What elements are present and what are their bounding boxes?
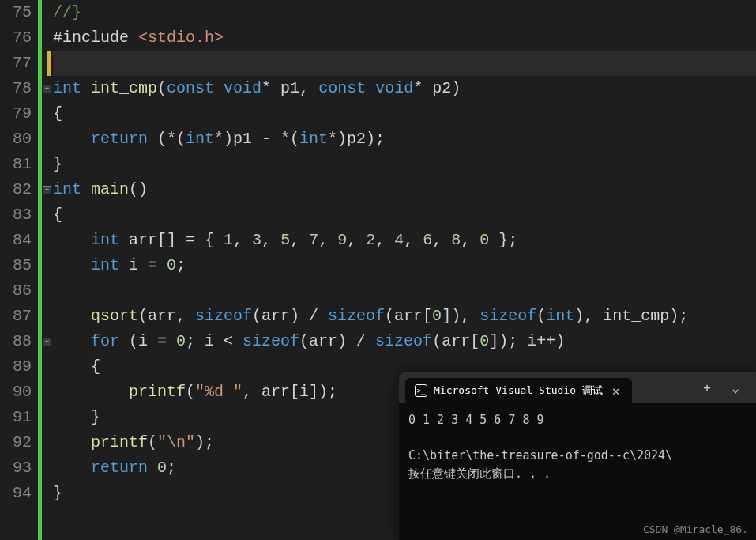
code-token: };	[489, 231, 517, 249]
code-token	[53, 256, 91, 274]
code-token: 7	[309, 231, 318, 249]
code-token: ,	[375, 231, 394, 249]
code-line[interactable]: {	[53, 202, 756, 228]
line-number: 89	[0, 354, 32, 380]
code-line[interactable]	[53, 278, 756, 304]
line-number: 87	[0, 304, 32, 329]
code-line[interactable]: int int_cmp(const void* p1, const void* …	[53, 76, 756, 101]
code-token: qsort	[91, 307, 138, 325]
code-line[interactable]: return (*(int*)p1 - *(int*)p2);	[53, 127, 756, 152]
code-token: ()	[129, 180, 148, 198]
code-token: i =	[119, 256, 167, 274]
code-token: 6	[423, 231, 432, 249]
code-token	[53, 307, 91, 325]
line-number: 88	[0, 329, 32, 354]
line-number: 91	[0, 405, 32, 430]
code-token: void	[224, 79, 261, 97]
code-token: ; i <	[186, 332, 243, 350]
code-token: ;	[167, 459, 176, 477]
close-icon[interactable]: ✕	[609, 383, 623, 398]
code-line[interactable]: int arr[] = { 1, 3, 5, 7, 9, 2, 4, 6, 8,…	[53, 228, 756, 253]
code-line[interactable]: int i = 0;	[53, 253, 756, 278]
code-token: (arr,	[138, 307, 195, 325]
tab-dropdown-button[interactable]: ⌄	[724, 376, 747, 398]
code-token: sizeof	[375, 332, 432, 350]
line-number: 92	[0, 430, 32, 455]
watermark: CSDN @Miracle_86.	[643, 523, 748, 535]
code-token	[53, 130, 91, 148]
code-line[interactable]: int main()	[53, 177, 756, 202]
code-token: int	[91, 231, 119, 249]
code-line[interactable]: //}	[53, 0, 756, 25]
code-token: ,	[318, 231, 337, 249]
code-token: int	[91, 256, 119, 274]
code-token	[53, 459, 91, 477]
terminal-tab[interactable]: >_ Microsoft Visual Studio 调试 ✕	[405, 378, 632, 403]
code-line[interactable]: qsort(arr, sizeof(arr) / sizeof(arr[0]),…	[53, 304, 756, 329]
code-token: int	[546, 307, 574, 325]
code-token: {	[53, 357, 100, 376]
terminal-line: 按任意键关闭此窗口. . .	[408, 466, 551, 481]
code-token: (	[536, 307, 546, 325]
line-number: 84	[0, 228, 32, 253]
code-token: 8	[451, 231, 461, 249]
line-number-gutter: 7576777879808182838485868788899091929394	[0, 0, 38, 540]
code-token: int	[53, 79, 81, 97]
fold-toggle-icon[interactable]: −	[43, 186, 51, 194]
code-token: ]),	[442, 307, 480, 325]
code-token: sizeof	[328, 307, 385, 325]
fold-toggle-icon[interactable]: −	[43, 338, 51, 346]
code-token: ,	[347, 231, 366, 249]
terminal-icon: >_	[415, 384, 427, 397]
code-line[interactable]: #include <stdio.h>	[53, 25, 756, 51]
line-number: 85	[0, 253, 32, 278]
code-token: int	[186, 130, 214, 148]
code-token	[366, 79, 375, 97]
code-line[interactable]: }	[53, 152, 756, 177]
code-token: (	[186, 383, 195, 401]
code-token	[148, 459, 157, 477]
code-token: return	[91, 459, 148, 477]
code-token: main	[91, 180, 129, 198]
fold-column[interactable]: −−−	[42, 0, 53, 540]
terminal-output[interactable]: 0 1 2 3 4 5 6 7 8 9 C:\biter\the-treasur…	[399, 403, 756, 490]
code-token: * p2)	[413, 79, 461, 97]
code-token: arr[] = {	[119, 231, 224, 249]
cursor-indicator	[47, 51, 51, 76]
code-token: ,	[461, 231, 480, 249]
code-token: 0	[480, 231, 489, 249]
new-tab-button[interactable]: +	[696, 376, 718, 398]
line-number: 82	[0, 177, 32, 202]
code-token: (	[157, 79, 167, 97]
terminal-titlebar[interactable]: >_ Microsoft Visual Studio 调试 ✕ + ⌄	[399, 372, 756, 403]
terminal-tab-title: Microsoft Visual Studio 调试	[434, 383, 603, 398]
code-line[interactable]: for (i = 0; i < sizeof(arr) / sizeof(arr…	[53, 329, 756, 354]
code-token: ,	[261, 231, 280, 249]
code-token: (	[148, 433, 157, 451]
code-token: sizeof	[243, 332, 299, 350]
code-token: *)p2);	[328, 130, 385, 148]
line-number: 80	[0, 127, 32, 152]
fold-toggle-icon[interactable]: −	[43, 85, 51, 93]
code-token: {	[53, 206, 62, 224]
code-token: int_cmp	[91, 79, 157, 97]
code-token: ), int_cmp);	[574, 307, 688, 325]
code-token: <stdio.h>	[138, 28, 224, 47]
code-token: //}	[53, 3, 81, 21]
terminal-line: C:\biter\the-treasure-of-god--c\2024\	[408, 448, 672, 463]
code-token: #include	[53, 28, 138, 47]
terminal-actions: + ⌄	[696, 376, 756, 398]
line-number: 77	[0, 51, 32, 76]
code-token: int	[299, 130, 328, 148]
line-number: 90	[0, 380, 32, 405]
code-line[interactable]	[53, 51, 756, 76]
line-number: 86	[0, 278, 32, 304]
code-token: }	[53, 408, 100, 426]
code-token: void	[375, 79, 413, 97]
code-token	[53, 383, 129, 401]
code-token: 0	[176, 332, 186, 350]
code-token: const	[167, 79, 214, 97]
code-token: printf	[129, 383, 186, 401]
terminal-window[interactable]: >_ Microsoft Visual Studio 调试 ✕ + ⌄ 0 1 …	[399, 372, 756, 540]
code-line[interactable]: {	[53, 101, 756, 127]
